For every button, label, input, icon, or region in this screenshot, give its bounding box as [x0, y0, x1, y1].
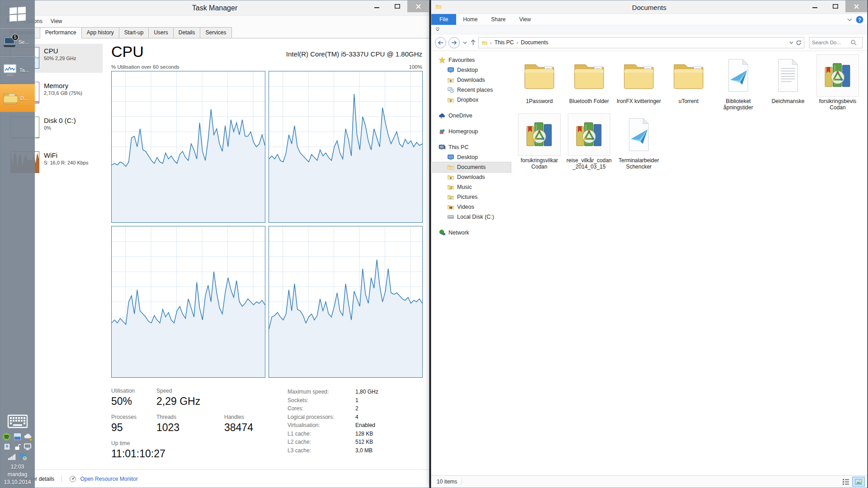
breadcrumb-item-this-pc[interactable]: This PC: [495, 39, 514, 46]
help-icon[interactable]: ?: [856, 16, 863, 23]
taskbar-app-label: Se...: [19, 39, 29, 45]
sidebar-item-name: Disk 0 (C:): [44, 117, 100, 124]
tab-users[interactable]: Users: [148, 27, 173, 38]
nav-item-desktop[interactable]: Desktop: [431, 65, 511, 75]
nav-group-onedrive[interactable]: OneDrive: [431, 111, 511, 121]
nav-item-dropbox[interactable]: Dropbox: [431, 95, 511, 105]
file-item[interactable]: 1Password: [514, 54, 564, 111]
unlock-icon[interactable]: [14, 443, 21, 450]
details-view-button[interactable]: [840, 477, 852, 486]
search-box[interactable]: [809, 37, 863, 48]
notification-badge: 5: [12, 34, 19, 41]
ribbon-tab-file[interactable]: File: [431, 14, 456, 25]
tab-start-up[interactable]: Start-up: [119, 27, 149, 38]
nav-group-label: Network: [448, 230, 469, 236]
nav-group-homegroup[interactable]: Homegroup: [431, 127, 511, 136]
file-item[interactable]: IronFX kvitteringer: [614, 54, 664, 111]
ribbon-tabstrip: FileHomeShareView?: [431, 14, 867, 25]
ribbon-collapse-marker-icon[interactable]: [435, 27, 440, 32]
tab-services[interactable]: Services: [200, 27, 231, 38]
desktop-icon: [447, 66, 454, 74]
display-icon[interactable]: [24, 443, 32, 450]
spotify-icon[interactable]: [2, 432, 11, 441]
taskbar-clock[interactable]: 12:03 mandag 13.10.2014: [0, 463, 35, 486]
files-grid: 1PasswordBluetooth FolderIronFX kvitteri…: [514, 54, 863, 173]
touch-keyboard-icon[interactable]: [7, 414, 28, 429]
nav-item-recent-places[interactable]: Recent places: [431, 85, 511, 95]
menu-view[interactable]: View: [51, 18, 62, 24]
address-dropdown-icon[interactable]: [789, 41, 793, 44]
nav-item-pictures[interactable]: Pictures: [431, 192, 511, 202]
search-input[interactable]: [812, 40, 850, 45]
ribbon-tab-home[interactable]: Home: [456, 14, 484, 25]
nav-group-network[interactable]: Network: [431, 228, 511, 238]
address-bar[interactable]: ›This PC›Documents: [478, 37, 804, 48]
cpu-chart-svg-2: [269, 71, 422, 222]
music-icon: [447, 183, 454, 191]
close-button[interactable]: [407, 0, 429, 12]
file-item[interactable]: Deichmanske: [763, 54, 813, 111]
skype-icon[interactable]: S: [3, 443, 11, 450]
open-resource-monitor-link[interactable]: Open Resource Monitor: [80, 476, 137, 482]
file-item[interactable]: uTorrent: [664, 54, 713, 111]
forward-button[interactable]: [448, 37, 460, 48]
recent-locations-dropdown-icon[interactable]: [462, 41, 468, 44]
winrar-icon: [574, 120, 604, 150]
back-button[interactable]: [435, 37, 446, 48]
nav-item-music[interactable]: Music: [431, 182, 511, 192]
nav-item-local-disk-c-[interactable]: Local Disk (C:): [431, 212, 511, 222]
search-icon[interactable]: [850, 39, 857, 46]
refresh-icon[interactable]: [795, 39, 802, 46]
nav-item-videos[interactable]: Videos: [431, 202, 511, 212]
nav-item-desktop[interactable]: Desktop: [431, 152, 511, 162]
nav-item-label: Music: [457, 184, 472, 190]
maximize-button[interactable]: [825, 0, 845, 12]
dropbox-icon[interactable]: [19, 452, 27, 460]
taskbar-app-se[interactable]: Se...5: [0, 28, 35, 56]
tab-details[interactable]: Details: [173, 27, 201, 38]
nav-group-this-pc[interactable]: This PC: [431, 142, 511, 152]
minimize-button[interactable]: [805, 0, 825, 12]
doc-plane-icon: [625, 117, 653, 152]
minimize-button[interactable]: [367, 0, 387, 12]
file-item[interactable]: Biblioteket åpningstider: [713, 54, 763, 111]
file-item[interactable]: Bluetooth Folder: [564, 54, 614, 111]
app-window-icon[interactable]: [14, 432, 21, 441]
task-manager-titlebar[interactable]: Task Manager: [0, 0, 429, 16]
sidebar-item-name: CPU: [44, 47, 100, 55]
cloud-warning-icon[interactable]: [24, 432, 33, 441]
explorer-titlebar[interactable]: Documents: [431, 0, 867, 14]
file-item[interactable]: forsikringsvilkar Codan: [514, 113, 564, 170]
clock-date: 13.10.2014: [0, 479, 35, 486]
breadcrumb: ›This PC›Documents: [489, 39, 788, 46]
nav-group-favourites[interactable]: Favourites: [431, 55, 511, 65]
breadcrumb-separator-icon: ›: [489, 40, 493, 45]
tab-app-history[interactable]: App history: [81, 27, 119, 38]
start-button[interactable]: [0, 0, 35, 28]
task-manager-menubar: FileOptionsView: [0, 16, 429, 27]
tab-performance[interactable]: Performance: [40, 27, 82, 38]
ribbon-expand-icon[interactable]: [847, 18, 852, 22]
nav-item-documents[interactable]: Documents: [431, 162, 511, 172]
svg-text:?: ?: [858, 17, 861, 23]
up-button[interactable]: [470, 39, 476, 46]
file-name: Deichmanske: [763, 98, 813, 104]
graph-max-label: 100%: [409, 64, 422, 70]
footer-divider: [61, 475, 62, 483]
ribbon-tab-share[interactable]: Share: [484, 14, 512, 25]
nav-item-downloads[interactable]: Downloads: [431, 172, 511, 182]
large-icons-view-button[interactable]: [853, 477, 864, 486]
file-item[interactable]: Terminalarbeider Schencker: [614, 113, 664, 170]
nav-item-downloads[interactable]: Downloads: [431, 75, 511, 85]
close-button[interactable]: [845, 0, 867, 12]
taskbar-app-label: D...: [20, 95, 28, 101]
file-item[interactable]: reise_vilkår_codan_2014_03_15: [564, 113, 614, 170]
file-item[interactable]: forsikringsbevis Codan: [813, 54, 863, 111]
ribbon-tab-view[interactable]: View: [512, 14, 538, 25]
navigation-bar: ›This PC›Documents: [431, 34, 867, 51]
taskbar-app-d[interactable]: D...: [0, 84, 35, 112]
taskbar-app-ta[interactable]: Ta...: [0, 56, 35, 84]
breadcrumb-item-documents[interactable]: Documents: [521, 39, 548, 46]
signal-strength-icon[interactable]: [8, 452, 16, 460]
maximize-button[interactable]: [387, 0, 407, 12]
